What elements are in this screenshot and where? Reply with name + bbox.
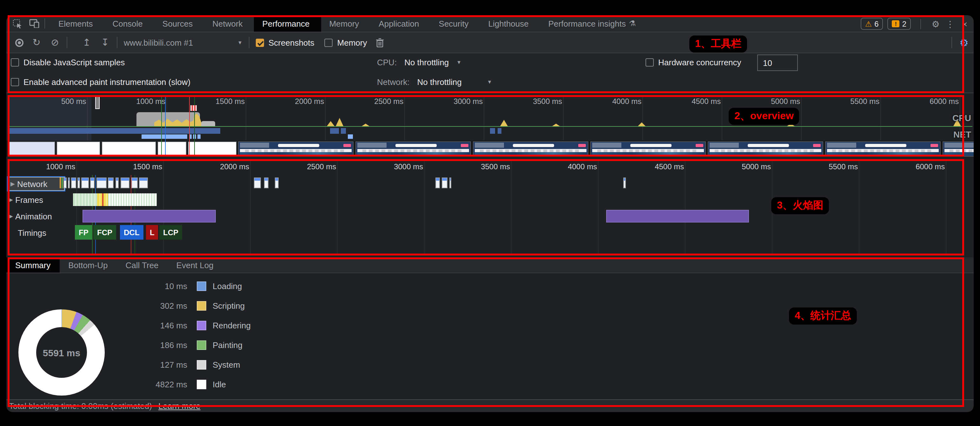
track-timings-label[interactable]: Timings [6,226,46,240]
network-request-bar[interactable] [97,177,107,188]
network-throttling-select[interactable]: No throttling [417,77,462,87]
filmstrip-frame-screenshot[interactable] [473,141,589,157]
reload-and-record-icon[interactable]: ↻ [31,37,42,48]
load-profile-icon[interactable]: ↥ [81,37,92,48]
filmstrip-frame-blank[interactable] [102,141,156,157]
device-toolbar-icon[interactable] [29,18,39,29]
learn-more-link[interactable]: Learn more [158,401,200,411]
expand-arrow-icon[interactable]: ▶ [8,181,17,187]
expand-arrow-icon[interactable]: ▶ [6,213,15,219]
network-request-bar[interactable] [264,177,269,188]
settings-gear-icon[interactable]: ⚙ [931,19,941,29]
filmstrip-frame-screenshot[interactable] [708,141,823,157]
screenshots-checkbox[interactable] [256,38,264,47]
donut-total-label: 5591 ms [43,347,80,358]
cpu-activity-spike [638,122,646,126]
trash-icon[interactable] [376,38,384,47]
legend-label: System [213,360,240,369]
detail-tab[interactable]: Event Log [167,257,223,272]
track-frames-label[interactable]: ▶Frames [6,193,43,207]
detail-tab[interactable]: Bottom-Up [59,257,116,272]
panel-tab[interactable]: Lighthouse [480,15,540,32]
close-devtools-icon[interactable]: × [960,19,970,29]
detail-tab[interactable]: Call Tree [117,257,167,272]
thumb-login-button [696,144,703,147]
advanced-paint-checkbox[interactable] [11,78,19,86]
panel-tab[interactable]: Elements [50,15,104,32]
annotation-label: 2、overview [729,108,799,125]
panel-tab[interactable]: Sources [154,15,204,32]
track-network-label[interactable]: ▶Network [8,177,65,191]
clear-recording-icon[interactable]: ⊘ [49,37,60,48]
panel-tab[interactable]: Performance [254,15,321,32]
panel-tab[interactable]: Console [104,15,154,32]
filmstrip-frame-screenshot[interactable] [825,141,941,157]
network-request-bar[interactable] [68,177,70,188]
more-options-icon[interactable]: ⋮ [945,19,955,29]
animation-bar[interactable] [83,210,216,223]
memory-checkbox[interactable] [325,38,333,47]
detail-tab[interactable]: Summary [6,257,59,272]
network-request-bar[interactable] [81,177,89,188]
filmstrip-frame-screenshot[interactable] [943,141,974,157]
panel-tab[interactable]: Network [204,15,254,32]
panel-tab[interactable]: Memory [321,15,371,32]
legend-row: 302 ms Scripting [124,299,251,312]
network-request-bar[interactable] [275,177,278,188]
network-request-bar[interactable] [108,177,114,188]
cpu-throttling-select[interactable]: No throttling [404,57,449,67]
devtools-tab-bar: Elements Console Sources Network Perform… [6,15,974,32]
panel-tab[interactable]: Application [371,15,430,32]
network-request-bar[interactable] [64,177,67,188]
filmstrip-frame-blank[interactable] [188,141,237,157]
timing-badge[interactable]: L [146,225,158,240]
network-request-bar[interactable] [139,177,148,188]
filmstrip-frame-blank[interactable] [56,141,100,157]
timeline-overview[interactable]: 500 ms 1000 ms 1500 ms 2000 ms 2500 ms 3… [6,95,974,157]
network-request-bar[interactable] [623,177,626,188]
capture-settings-gear-icon[interactable]: ⚙ [959,36,969,49]
network-request-bar[interactable] [90,177,95,188]
overview-drag-handle[interactable] [95,96,100,109]
network-request-bar[interactable] [71,177,76,188]
thumb-login-button [813,144,821,147]
hardware-concurrency-checkbox[interactable] [646,58,654,66]
animation-bar[interactable] [606,210,749,223]
target-history-select[interactable]: www.bilibili.com #1▼ [124,38,242,47]
network-request-bar[interactable] [449,177,451,188]
network-band-light [197,135,200,139]
panel-tab[interactable]: Performance insights⚗ [540,15,644,32]
timing-badge[interactable]: FCP [93,225,116,240]
thumb-banner-image [710,152,821,155]
network-request-bar[interactable] [254,177,261,188]
panel-tab[interactable]: Security [431,15,480,32]
disable-js-samples-checkbox[interactable] [11,58,19,66]
save-profile-icon[interactable]: ↧ [100,37,110,48]
network-tick-orange [60,177,61,188]
network-request-bar[interactable] [442,177,447,188]
timing-badge[interactable]: DCL [120,225,143,240]
network-request-bar[interactable] [116,177,119,188]
issues-badge[interactable]: !2 [888,18,911,30]
timing-badge[interactable]: FP [75,225,92,240]
frames-segment[interactable] [102,193,103,206]
status-bar: Total blocking time: 0.00ms (estimated) … [6,399,974,412]
network-request-bar[interactable] [436,177,440,188]
overview-time-tick: 4000 ms [612,97,641,106]
expand-arrow-icon[interactable]: ▶ [6,196,15,203]
filmstrip-frame-screenshot[interactable] [355,141,471,157]
inspect-element-icon[interactable] [12,18,23,29]
warnings-badge[interactable]: ⚠6 [861,18,883,30]
network-request-bar[interactable] [78,177,80,188]
filmstrip-frame-screenshot[interactable] [238,141,353,157]
frames-segment[interactable] [108,193,157,206]
frames-segment[interactable] [73,193,97,206]
hardware-concurrency-input[interactable]: 10 [757,54,798,71]
record-button[interactable] [15,38,24,47]
filmstrip-frame-screenshot[interactable] [590,141,706,157]
network-request-bar[interactable] [121,177,129,188]
filmstrip-frame-blank[interactable] [9,141,55,157]
track-animation-label[interactable]: ▶Animation [6,209,52,223]
network-request-bar[interactable] [131,177,138,188]
timing-badge[interactable]: LCP [159,225,182,240]
